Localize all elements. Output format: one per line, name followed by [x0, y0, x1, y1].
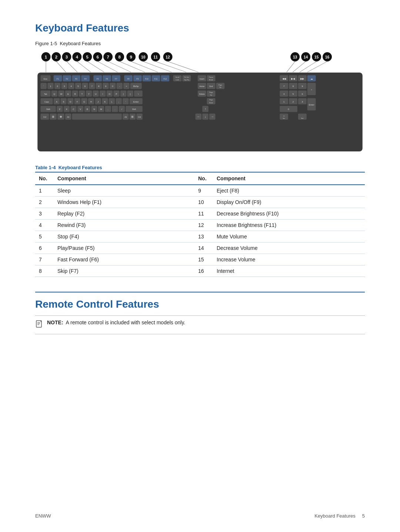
svg-text:Lock: Lock [176, 79, 180, 81]
svg-text:15: 15 [314, 55, 319, 59]
svg-text:9: 9 [302, 85, 303, 87]
note-content: A remote control is included with select… [66, 319, 186, 325]
row-comp-left: Windows Help (F1) [54, 197, 194, 208]
row-comp-left: Skip (F7) [54, 265, 194, 277]
svg-text:F1: F1 [57, 78, 59, 80]
svg-text:`: ` [43, 85, 44, 87]
svg-text:F8: F8 [127, 78, 129, 80]
row-comp-left: Fast Forward (F6) [54, 254, 194, 265]
table-row: 7 Fast Forward (F6) 15 Increase Volume [35, 254, 365, 265]
svg-text:U: U [95, 93, 96, 95]
svg-text:M: M [100, 108, 102, 110]
svg-text:F5: F5 [97, 78, 99, 80]
svg-text:3: 3 [66, 55, 68, 59]
connector-lines [46, 61, 327, 72]
svg-text:Enter: Enter [309, 103, 314, 106]
svg-text:Caps: Caps [44, 101, 49, 103]
svg-text:Delete: Delete [199, 93, 205, 95]
svg-text:Up: Up [210, 94, 212, 96]
keyboard-svg: 1 2 3 4 5 6 7 8 9 10 [35, 51, 365, 155]
svg-text:Down: Down [209, 102, 213, 104]
svg-text:Del: Del [301, 117, 303, 119]
svg-text:→: → [211, 115, 214, 118]
svg-line-43 [168, 61, 199, 72]
table-row: 8 Skip (F7) 16 Internet [35, 265, 365, 277]
svg-text:3: 3 [64, 85, 65, 87]
svg-text:Home: Home [199, 85, 204, 87]
svg-text:BkSp: BkSp [133, 85, 139, 87]
row-no-right: 14 [194, 242, 213, 254]
svg-text:R: R [74, 93, 76, 95]
row-comp-left: Replay (F2) [54, 208, 194, 220]
col-component-right: Component [213, 173, 365, 185]
svg-line-36 [87, 61, 104, 72]
svg-text:-: - [119, 85, 120, 87]
col-no-left: No. [35, 173, 54, 185]
svg-text:X: X [66, 108, 67, 110]
svg-text:6: 6 [302, 93, 303, 95]
row-no-left: 3 [35, 208, 54, 220]
svg-text:◀◀: ◀◀ [282, 77, 286, 80]
svg-line-39 [120, 61, 145, 72]
svg-text:Ctrl: Ctrl [138, 116, 141, 118]
svg-text:Scroll: Scroll [176, 76, 179, 78]
note-icon [35, 320, 43, 330]
svg-text:]: ] [130, 93, 131, 95]
note-document-icon [35, 320, 43, 328]
svg-text:2: 2 [57, 85, 58, 87]
svg-text:Sys Rq: Sys Rq [184, 79, 189, 81]
svg-text:0: 0 [288, 108, 289, 110]
svg-line-41 [143, 61, 172, 72]
row-comp-right: Display On/Off (F9) [213, 197, 365, 208]
svg-line-46 [300, 61, 317, 72]
svg-text:8: 8 [119, 55, 121, 59]
svg-text:D: D [70, 100, 71, 103]
row-no-right: 12 [194, 220, 213, 231]
svg-text:Insert: Insert [200, 78, 204, 80]
svg-text:L: L [111, 100, 113, 103]
footer: ENWW Keyboard Features 5 [0, 513, 400, 519]
svg-text:F10: F10 [145, 78, 149, 80]
row-no-left: 7 [35, 254, 54, 265]
svg-text:16: 16 [325, 55, 330, 59]
svg-text:.: . [302, 115, 303, 117]
row-no-right: 15 [194, 254, 213, 265]
table-number: Table 1-4 [35, 165, 56, 170]
table-row: 6 Play/Pause (F5) 14 Decrease Volume [35, 242, 365, 254]
svg-text:←: ← [197, 115, 200, 118]
svg-text:Q: Q [53, 93, 55, 95]
svg-text:H: H [90, 100, 92, 103]
svg-line-35 [77, 61, 91, 72]
svg-text:F11: F11 [154, 78, 158, 80]
row-comp-right: Internet [213, 265, 365, 277]
row-comp-right: Decrease Volume [213, 242, 365, 254]
table-label: Table 1-4 Keyboard Features [35, 165, 365, 173]
svg-text:9: 9 [130, 55, 132, 59]
figure-title-text: Keyboard Features [60, 41, 101, 46]
svg-text:Pause: Pause [209, 76, 213, 78]
svg-text:8: 8 [293, 85, 294, 87]
svg-text:4: 4 [283, 93, 285, 95]
svg-text:1: 1 [283, 100, 285, 103]
row-no-left: 2 [35, 197, 54, 208]
svg-text:7: 7 [91, 85, 93, 87]
svg-text:;: ; [119, 100, 119, 103]
table-row: 2 Windows Help (F1) 10 Display On/Off (F… [35, 197, 365, 208]
svg-text:End: End [209, 85, 213, 87]
svg-line-44 [287, 61, 295, 72]
svg-text:F2: F2 [66, 78, 68, 80]
svg-text:12: 12 [166, 55, 170, 59]
footer-right: Keyboard Features 5 [314, 513, 365, 519]
row-comp-right: Eject (F8) [213, 185, 365, 197]
svg-text:G: G [83, 100, 85, 103]
svg-text:6: 6 [97, 55, 99, 59]
svg-text:Ins: Ins [283, 117, 285, 119]
svg-text:14: 14 [304, 55, 308, 59]
table-row: 1 Sleep 9 Eject (F8) [35, 185, 365, 197]
svg-text:,: , [108, 108, 109, 110]
svg-line-42 [156, 61, 186, 72]
svg-text:W: W [60, 93, 62, 95]
svg-text:⊞: ⊞ [131, 115, 134, 118]
row-comp-right: Decrease Brightness (F10) [213, 208, 365, 220]
svg-text:9: 9 [105, 85, 107, 87]
